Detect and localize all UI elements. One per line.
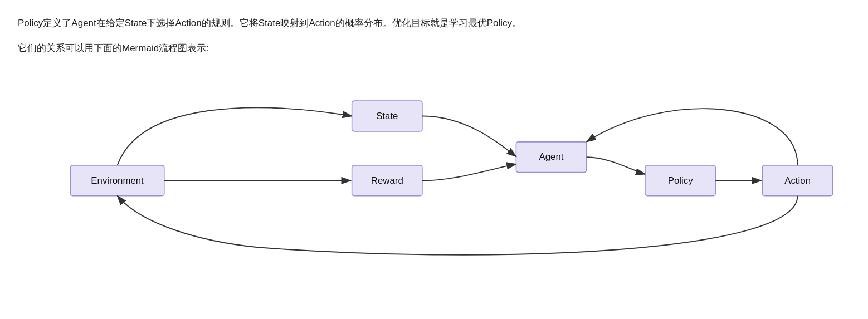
arrow-state-agent xyxy=(422,116,516,156)
arrow-agent-policy xyxy=(587,157,645,174)
arrow-action-agent xyxy=(587,109,798,165)
policy-label: Policy xyxy=(668,175,693,185)
arrow-reward-agent xyxy=(422,164,516,180)
agent-label: Agent xyxy=(539,151,564,162)
action-label: Action xyxy=(784,175,811,185)
reward-label: Reward xyxy=(371,175,403,185)
arrow-action-env xyxy=(118,195,798,254)
description-text-1: Policy定义了Agent在给定State下选择Action的规则。它将Sta… xyxy=(18,16,850,32)
state-label: State xyxy=(376,111,398,121)
description-text-2: 它们的关系可以用下面的Mermaid流程图表示: xyxy=(18,41,850,57)
arrow-env-state xyxy=(118,107,352,165)
environment-label: Environment xyxy=(91,175,144,185)
mermaid-diagram: Environment State Reward Agent Policy Ac… xyxy=(18,66,850,288)
